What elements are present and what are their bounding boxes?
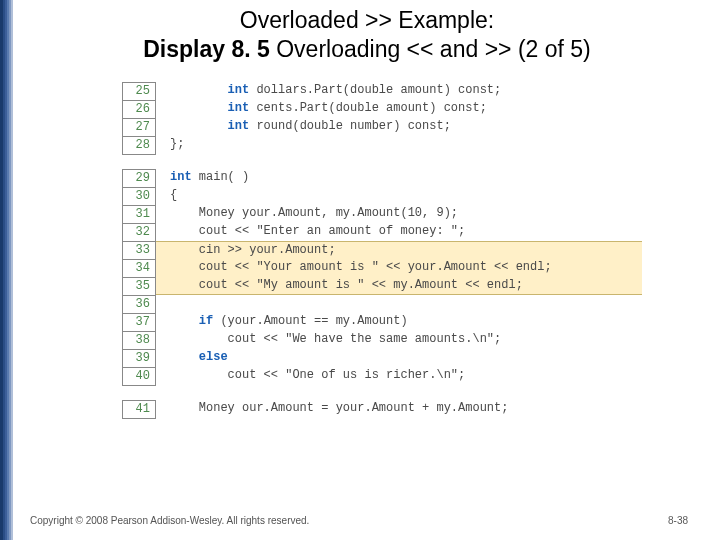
line-number: 41 — [122, 400, 156, 419]
code-text — [156, 295, 642, 313]
code-text: else — [156, 349, 642, 367]
line-number: 27 — [122, 118, 156, 136]
code-line: 40 cout << "One of us is richer.\n"; — [122, 367, 642, 386]
line-number: 25 — [122, 82, 156, 100]
copyright-text: Copyright © 2008 Pearson Addison-Wesley.… — [30, 515, 309, 526]
slide-title: Overloaded >> Example: Display 8. 5 Over… — [14, 6, 720, 64]
code-text: cout << "One of us is richer.\n"; — [156, 367, 642, 386]
line-number: 38 — [122, 331, 156, 349]
code-text: Money our.Amount = your.Amount + my.Amou… — [156, 400, 642, 419]
line-number: 34 — [122, 259, 156, 277]
code-block: 25 int dollars.Part(double amount) const… — [122, 82, 642, 419]
line-number: 31 — [122, 205, 156, 223]
line-number: 26 — [122, 100, 156, 118]
decorative-stripe — [0, 0, 14, 540]
gap — [122, 155, 642, 169]
code-text: }; — [156, 136, 642, 155]
line-number: 37 — [122, 313, 156, 331]
footer: Copyright © 2008 Pearson Addison-Wesley.… — [30, 515, 688, 526]
code-line: 27 int round(double number) const; — [122, 118, 642, 136]
line-number: 29 — [122, 169, 156, 187]
code-line: 29 int main( ) — [122, 169, 642, 187]
code-line: 41 Money our.Amount = your.Amount + my.A… — [122, 400, 642, 419]
title-line2-bold: Display 8. 5 — [143, 36, 270, 62]
code-line: 26 int cents.Part(double amount) const; — [122, 100, 642, 118]
code-line: 36 — [122, 295, 642, 313]
code-line-highlighted: 35 cout << "My amount is " << my.Amount … — [122, 277, 642, 295]
line-number: 30 — [122, 187, 156, 205]
code-line: 37 if (your.Amount == my.Amount) — [122, 313, 642, 331]
code-text: { — [156, 187, 642, 205]
code-text: cout << "We have the same amounts.\n"; — [156, 331, 642, 349]
line-number: 39 — [122, 349, 156, 367]
code-text: int round(double number) const; — [156, 118, 642, 136]
line-number: 33 — [122, 241, 156, 259]
code-text: if (your.Amount == my.Amount) — [156, 313, 642, 331]
line-number: 40 — [122, 367, 156, 386]
code-line: 28 }; — [122, 136, 642, 155]
title-line2-rest: Overloading << and >> (2 of 5) — [270, 36, 591, 62]
code-text: cout << "Your amount is " << your.Amount… — [156, 259, 642, 277]
code-line-highlighted: 33 cin >> your.Amount; — [122, 241, 642, 259]
code-text: cout << "My amount is " << my.Amount << … — [156, 277, 642, 295]
code-text: int cents.Part(double amount) const; — [156, 100, 642, 118]
code-text: int main( ) — [156, 169, 642, 187]
slide-content: Overloaded >> Example: Display 8. 5 Over… — [14, 0, 720, 540]
code-text: Money your.Amount, my.Amount(10, 9); — [156, 205, 642, 223]
line-number: 36 — [122, 295, 156, 313]
code-line: 25 int dollars.Part(double amount) const… — [122, 82, 642, 100]
code-line: 38 cout << "We have the same amounts.\n"… — [122, 331, 642, 349]
code-line: 31 Money your.Amount, my.Amount(10, 9); — [122, 205, 642, 223]
code-line: 30 { — [122, 187, 642, 205]
title-line1: Overloaded >> Example: — [240, 7, 494, 33]
code-line: 39 else — [122, 349, 642, 367]
line-number: 32 — [122, 223, 156, 241]
code-text: cout << "Enter an amount of money: "; — [156, 223, 642, 241]
page-number: 8-38 — [668, 515, 688, 526]
code-line: 32 cout << "Enter an amount of money: "; — [122, 223, 642, 241]
line-number: 28 — [122, 136, 156, 155]
gap — [122, 386, 642, 400]
line-number: 35 — [122, 277, 156, 295]
code-text: cin >> your.Amount; — [156, 241, 642, 259]
code-text: int dollars.Part(double amount) const; — [156, 82, 642, 100]
code-line-highlighted: 34 cout << "Your amount is " << your.Amo… — [122, 259, 642, 277]
